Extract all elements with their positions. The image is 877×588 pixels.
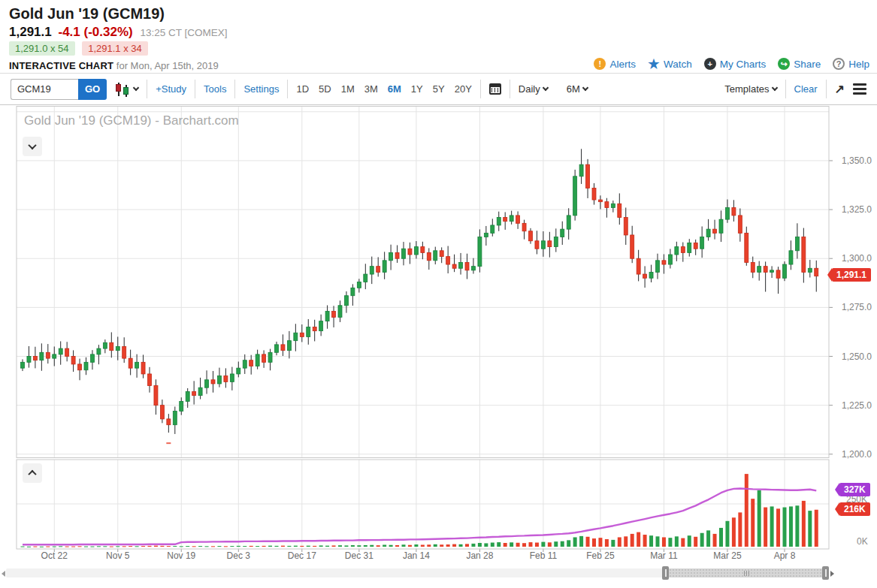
barchart-interactive-chart-page: Gold Jun '19 (GCM19) 1,291.1 -4.1 (-0.32… (0, 0, 877, 588)
plus-circle-icon: + (704, 58, 716, 70)
chevron-down-icon (582, 85, 588, 91)
price-axis-label: 1,300.0 (842, 253, 872, 264)
date-axis-label: Nov 19 (167, 550, 195, 561)
date-axis-label: Dec 17 (288, 550, 316, 561)
volume-badge: 216K (839, 502, 870, 516)
period-5d[interactable]: 5D (319, 83, 331, 95)
interactive-chart-subhead: INTERACTIVE CHART for Mon, Apr 15th, 201… (9, 60, 219, 71)
symbol-input[interactable] (11, 79, 78, 100)
help-icon: ? (833, 58, 845, 70)
price-change: -4.1 (-0.32%) (58, 25, 132, 39)
chart-date: for Mon, Apr 15th, 2019 (116, 60, 219, 71)
bid-badge: 1,291.0 x 54 (9, 41, 75, 56)
frequency-dropdown[interactable]: Daily (519, 83, 548, 95)
session-info: 13:25 CT [COMEX] (140, 27, 227, 38)
toolbar-right-group: Templates Clear ↗ (724, 80, 866, 98)
range-dropdown[interactable]: 6M (567, 83, 588, 95)
price-line: 1,291.1 -4.1 (-0.32%) 13:25 CT [COMEX] (9, 25, 227, 40)
period-3m[interactable]: 3M (364, 83, 378, 95)
date-axis-label: Apr 8 (774, 550, 796, 561)
clear-button[interactable]: Clear (794, 83, 818, 95)
watch-link[interactable]: ★ Watch (648, 58, 692, 70)
alerts-link[interactable]: ! Alerts (594, 58, 636, 70)
settings-button[interactable]: Settings (243, 83, 279, 95)
hamburger-menu-icon[interactable] (853, 83, 866, 95)
tools-button[interactable]: Tools (204, 83, 226, 95)
open-interest-badge: 327K (839, 483, 870, 496)
scroll-left-arrow-icon[interactable] (2, 571, 5, 577)
toolbar-divider (826, 80, 827, 98)
share-link[interactable]: ↪ Share (778, 58, 821, 70)
templates-dropdown[interactable]: Templates (724, 83, 776, 95)
period-5y[interactable]: 5Y (433, 83, 445, 95)
scroll-right-arrow-icon[interactable] (830, 571, 834, 577)
frequency-value: Daily (519, 83, 540, 95)
chart-toolbar: GO +Study Tools Settings 1D 5D 1M 3M 6M … (0, 74, 877, 105)
date-axis-label: Oct 22 (41, 550, 68, 561)
date-axis-label: Feb 25 (586, 550, 615, 561)
chevron-down-icon (771, 85, 777, 91)
share-icon: ↪ (778, 58, 790, 70)
last-price: 1,291.1 (9, 25, 52, 39)
scrollbar-slider[interactable] (666, 568, 827, 577)
toolbar-divider (234, 80, 235, 98)
date-axis-label: Dec 3 (227, 550, 251, 561)
alerts-label: Alerts (609, 59, 636, 70)
volume-axis-0k-label: 0K (857, 536, 868, 547)
toolbar-divider (195, 80, 195, 98)
price-axis-label: 1,200.0 (842, 449, 872, 460)
scrollbar-grip-icon (746, 571, 747, 576)
price-axis-label: 1,325.0 (842, 204, 872, 215)
my-charts-link[interactable]: + My Charts (704, 58, 767, 70)
toolbar-divider (510, 80, 510, 98)
date-axis-label: Jan 28 (466, 550, 493, 561)
candlestick-volume-chart[interactable]: 1,200.01,225.01,250.01,275.01,300.01,325… (0, 106, 877, 564)
chart-type-dropdown[interactable] (115, 83, 138, 96)
date-axis-label: Feb 11 (530, 550, 558, 561)
interactive-chart-label: INTERACTIVE CHART (9, 60, 113, 71)
scrollbar-right-handle[interactable] (822, 566, 829, 580)
expand-chart-icon[interactable]: ↗ (835, 82, 845, 96)
date-axis-label: Nov 5 (106, 550, 130, 561)
range-value: 6M (567, 83, 580, 95)
chevron-down-icon (542, 85, 548, 91)
page-title: Gold Jun '19 (GCM19) (9, 5, 165, 23)
templates-label: Templates (724, 83, 769, 95)
period-buttons: 1D 5D 1M 3M 6M 1Y 5Y 20Y (296, 83, 471, 95)
date-axis-label: Jan 14 (403, 550, 430, 561)
period-1d[interactable]: 1D (296, 83, 309, 95)
date-axis-label: Dec 31 (345, 550, 373, 561)
period-20y[interactable]: 20Y (455, 83, 472, 95)
alerts-icon: ! (594, 58, 606, 70)
header-links: ! Alerts ★ Watch + My Charts ↪ Share ? H… (594, 58, 869, 70)
scrollbar-left-handle[interactable] (662, 566, 669, 580)
price-axis-label: 1,275.0 (842, 302, 872, 312)
chart-watermark: Gold Jun '19 (GCM19) - Barchart.com (24, 113, 239, 128)
share-label: Share (794, 59, 821, 70)
calendar-icon[interactable] (489, 83, 501, 95)
my-charts-label: My Charts (720, 59, 767, 70)
date-axis-label: Mar 11 (650, 550, 678, 561)
collapse-volume-panel-button[interactable] (23, 463, 42, 483)
chevron-down-icon (133, 85, 139, 91)
toolbar-divider (785, 80, 786, 98)
candlestick-chart-type-icon (115, 83, 131, 96)
add-study-button[interactable]: +Study (156, 83, 186, 95)
toolbar-divider (287, 80, 288, 98)
period-1y[interactable]: 1Y (411, 83, 423, 95)
help-label: Help (848, 59, 869, 70)
toolbar-divider (147, 80, 147, 98)
watch-label: Watch (664, 59, 692, 70)
price-axis-label: 1,225.0 (842, 400, 872, 411)
chart-canvas[interactable]: 1,200.01,225.01,250.01,275.01,300.01,325… (0, 106, 877, 588)
period-6m[interactable]: 6M (388, 83, 401, 95)
toolbar-divider (480, 80, 481, 98)
help-link[interactable]: ? Help (833, 58, 869, 70)
period-1m[interactable]: 1M (341, 83, 355, 95)
last-price-badge: 1,291.1 (832, 268, 871, 282)
go-button[interactable]: GO (78, 79, 107, 100)
ask-badge: 1,291.1 x 34 (82, 41, 148, 56)
price-axis-label: 1,250.0 (842, 351, 872, 362)
price-axis-label: 1,350.0 (842, 155, 872, 166)
collapse-price-panel-button[interactable] (23, 137, 42, 156)
